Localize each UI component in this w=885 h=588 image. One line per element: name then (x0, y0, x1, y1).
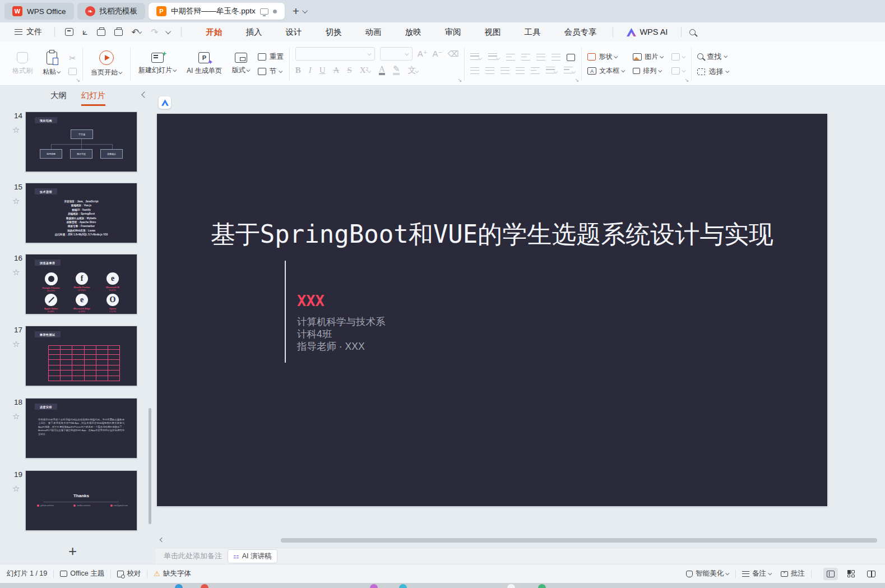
section-chevron-icon[interactable] (279, 69, 282, 73)
strikethrough-a-button[interactable]: A (333, 66, 340, 75)
play-chevron-icon[interactable] (118, 70, 122, 74)
smart-beautify-button[interactable]: 智能美化 (686, 569, 729, 578)
favorite-star-icon[interactable]: ☆ (12, 196, 20, 206)
favorite-star-icon[interactable]: ☆ (12, 484, 20, 494)
comments-button[interactable]: 批注 (781, 569, 805, 578)
numbered-list-button[interactable] (488, 53, 500, 62)
print-icon[interactable] (97, 29, 105, 36)
new-slide-button[interactable]: + 新建幻灯片 (136, 52, 179, 76)
shapes-button[interactable]: 形状 (587, 52, 625, 62)
arrange-button[interactable]: 排列 (633, 66, 664, 76)
format-painter-button[interactable]: 格式刷 (10, 51, 35, 77)
paste-chevron-icon[interactable] (57, 70, 61, 73)
fill-color-button[interactable] (671, 53, 685, 61)
cut-icon[interactable]: ✂ (69, 53, 76, 63)
slide-17-thumbnail[interactable]: 兼容性测试 (25, 326, 137, 386)
picture-button[interactable]: 图片 (633, 52, 664, 62)
taskbar-app-icon[interactable] (538, 584, 546, 588)
tab-outline[interactable]: 大纲 (50, 90, 67, 106)
outline-color-button[interactable] (671, 67, 685, 75)
taskbar-app-icon[interactable] (399, 584, 407, 588)
proofread-button[interactable]: 校对 (117, 569, 141, 578)
tab-docer-templates[interactable]: ❧ 找稻壳模板 (77, 3, 146, 20)
textbox-button[interactable]: A文本框 (587, 66, 625, 76)
ai-generate-page-button[interactable]: P✦ AI 生成单页 (184, 51, 224, 77)
tab-member[interactable]: 会员专享 (552, 24, 608, 41)
search-icon[interactable] (689, 29, 696, 35)
paragraph-dialog-launcher-icon[interactable]: ↘ (575, 77, 580, 83)
section-button[interactable]: 节 (258, 67, 284, 76)
slide-canvas[interactable]: 基于SpringBoot和VUE的学生选题系统设计与实现 XXX 计算机科学与技… (157, 114, 827, 506)
distribute-icon[interactable] (531, 67, 540, 74)
save-icon[interactable] (65, 28, 73, 36)
taskbar-app-icon[interactable] (201, 584, 208, 588)
font-family-select[interactable] (295, 47, 375, 61)
missing-font-button[interactable]: ⚠缺失字体 (154, 569, 191, 578)
quickbar-chevron-icon[interactable] (166, 29, 172, 34)
line-spacing-button[interactable] (546, 67, 558, 75)
tab-slideshow[interactable]: 放映 (393, 24, 433, 41)
tab-design[interactable]: 设计 (274, 24, 313, 41)
slide-14-thumbnail[interactable]: 项目结构 学生端 选用课题 修改信息 查看确认 (25, 112, 137, 172)
author-name[interactable]: XXX (297, 292, 325, 309)
new-slide-chevron-icon[interactable] (173, 68, 177, 72)
favorite-star-icon[interactable]: ☆ (12, 339, 20, 349)
favorite-star-icon[interactable]: ☆ (12, 267, 20, 277)
theme-button[interactable]: Office 主题 (60, 569, 104, 578)
slide-16-thumbnail[interactable]: 浏览器兼容 Google Chrome 64.02% f Mozilla Fir… (25, 254, 137, 314)
select-button[interactable]: 选择 (697, 67, 729, 77)
slide-sorter-view-button[interactable] (844, 568, 858, 580)
text-direction-icon[interactable] (552, 54, 560, 61)
increase-indent-icon[interactable] (521, 54, 530, 61)
tab-current-document[interactable]: P 中期答辩——牟玉冬.pptx (149, 3, 285, 20)
highlight-color-button[interactable]: ✎ (393, 66, 400, 75)
align-center-icon[interactable] (485, 67, 494, 74)
reading-view-button[interactable] (864, 568, 878, 580)
present-mode-icon[interactable] (260, 8, 268, 15)
ai-speech-button[interactable]: ⚏ AI 演讲稿 (228, 549, 277, 563)
tab-tools[interactable]: 工具 (512, 24, 552, 41)
undo-chevron-icon[interactable] (138, 30, 142, 34)
play-from-current-button[interactable]: 当页开始 (89, 49, 124, 78)
paste-button[interactable]: 粘贴 (40, 50, 63, 78)
taskbar-app-icon[interactable] (175, 584, 183, 588)
print-preview-icon[interactable] (114, 29, 123, 36)
clear-format-icon[interactable]: ⌫ (448, 49, 459, 58)
clipboard-dialog-launcher-icon[interactable]: ↘ (76, 77, 80, 83)
font-color-button[interactable]: A (379, 66, 385, 75)
decrease-indent-icon[interactable] (506, 54, 515, 61)
slide-18-thumbnail[interactable]: 进度安排 目前项目已经完成了全部后端代码以及在线版的前端代码，并已部署到云服务器… (25, 398, 137, 459)
tab-insert[interactable]: 插入 (234, 24, 274, 41)
char-spacing-icon[interactable] (536, 54, 545, 61)
tab-transition[interactable]: 切换 (313, 24, 353, 41)
tab-view[interactable]: 视图 (472, 24, 512, 41)
decrease-font-button[interactable]: A⁻ (433, 49, 443, 59)
undo-icon[interactable]: ↶ (132, 27, 142, 38)
smartart-convert-icon[interactable] (567, 54, 575, 61)
underline-button[interactable]: U (319, 66, 326, 75)
notes-button[interactable]: 备注 (742, 569, 772, 578)
horizontal-scrollbar[interactable] (159, 538, 881, 543)
export-icon[interactable]: ⟀ (82, 27, 88, 37)
file-menu-button[interactable]: 文件 (0, 27, 50, 37)
tab-home[interactable]: 开始 (194, 24, 234, 41)
add-slide-button[interactable]: + (68, 543, 77, 560)
layout-button[interactable]: 版式 (230, 52, 252, 76)
slide-main-title[interactable]: 基于SpringBoot和VUE的学生选题系统设计与实现 (157, 218, 827, 251)
normal-view-button[interactable] (823, 568, 838, 580)
slide-19-thumbnail[interactable]: Thanks github.com/xxx weibo.com/xxx xxx@… (25, 470, 137, 531)
phonetic-guide-button[interactable]: 文 (407, 65, 419, 76)
favorite-star-icon[interactable]: ☆ (12, 411, 20, 422)
favorite-star-icon[interactable]: ☆ (12, 125, 20, 135)
font-size-select[interactable] (380, 47, 413, 61)
justify-icon[interactable] (516, 67, 525, 74)
author-info[interactable]: 计算机科学与技术系 计科4班 指导老师 · XXX (297, 316, 386, 353)
wps-ai-assistant-button[interactable] (159, 96, 171, 109)
taskbar-app-icon[interactable] (507, 584, 515, 588)
strikethrough-button[interactable]: S (347, 66, 351, 75)
slide-15-thumbnail[interactable]: 技术选型 开发语言：Java、JavaScript 前端框架：Vue.js 前端… (25, 183, 137, 243)
align-left-icon[interactable] (470, 67, 479, 74)
copy-icon[interactable] (68, 68, 77, 75)
layout-chevron-icon[interactable] (246, 68, 250, 72)
font-dialog-launcher-icon[interactable]: ↘ (458, 77, 462, 83)
